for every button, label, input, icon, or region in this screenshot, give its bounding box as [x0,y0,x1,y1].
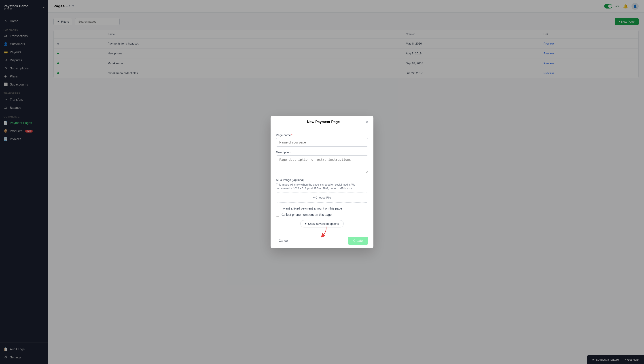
required-star: * [291,133,292,137]
modal-overlay: New Payment Page × Page name* Descriptio… [0,0,644,364]
description-label: Description [276,151,368,154]
seo-label: SEO Image (Optional) [276,178,368,181]
collect-phone-label[interactable]: Collect phone numbers on this page [282,213,332,217]
fixed-amount-label[interactable]: I want a fixed payment amount on this pa… [282,207,342,210]
arrow-indicator [315,225,329,238]
new-payment-page-modal: New Payment Page × Page name* Descriptio… [270,116,374,249]
create-button[interactable]: Create [348,237,368,245]
chevron-down-icon: ▾ [305,222,306,225]
page-name-label: Page name* [276,133,368,137]
page-name-group: Page name* [276,133,368,147]
description-textarea[interactable] [276,155,368,173]
cancel-button[interactable]: Cancel [276,237,291,244]
advanced-section: ▾ Show advanced options [276,220,368,228]
modal-body: Page name* Description SEO Image (Option… [270,128,374,233]
page-name-input[interactable] [276,138,368,147]
fixed-amount-checkbox-group: I want a fixed payment amount on this pa… [276,207,368,210]
seo-group: SEO Image (Optional) This image will sho… [276,178,368,203]
description-group: Description [276,151,368,174]
modal-header: New Payment Page × [270,116,374,128]
choose-file-button[interactable]: + Choose File [276,193,368,203]
seo-hint: This image will show when the page is sh… [276,183,368,191]
collect-phone-checkbox-group: Collect phone numbers on this page [276,213,368,217]
fixed-amount-checkbox[interactable] [276,207,279,210]
collect-phone-checkbox[interactable] [276,213,279,217]
choose-file-label: + Choose File [313,196,331,199]
modal-title: New Payment Page [281,120,366,124]
close-modal-button[interactable]: × [366,120,368,124]
